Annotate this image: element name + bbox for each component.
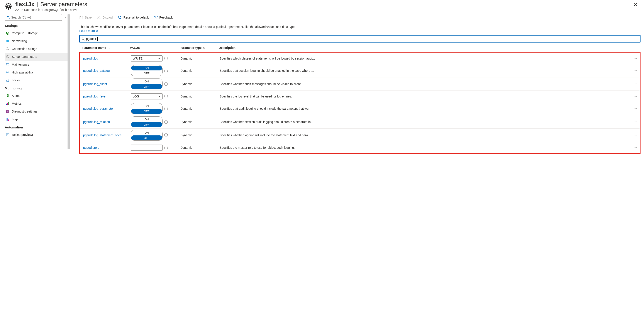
svg-rect-11 (6, 72, 7, 73)
parameter-name-link[interactable]: pgaudit.log_level (83, 95, 106, 98)
page-title: flex13x | Server parameters ··· (15, 1, 631, 8)
row-more-button[interactable]: ··· (631, 107, 640, 110)
value-select[interactable]: WRITE (131, 55, 162, 62)
toggle-option-on[interactable]: ON (131, 79, 162, 84)
sidebar-item-logs[interactable]: Logs (5, 115, 70, 123)
globe-icon (6, 39, 10, 43)
sidebar-item-locks[interactable]: Locks (5, 76, 70, 84)
parameter-name-link[interactable]: pgaudit.log (83, 57, 98, 60)
parameter-name-link[interactable]: pgaudit.role (83, 146, 99, 149)
diagnostic-icon (6, 110, 10, 113)
sidebar-item-maintenance[interactable]: Maintenance (5, 61, 70, 69)
toggle-option-on[interactable]: ON (131, 117, 162, 122)
value-toggle[interactable]: ONOFF (131, 103, 162, 114)
parameter-filter[interactable]: pgaudit (79, 35, 640, 43)
sidebar-item-label: High availability (12, 71, 33, 74)
gear-icon (4, 2, 13, 11)
sidebar-search-input[interactable] (11, 16, 60, 19)
description-text: This list shows modifiable server parame… (79, 25, 640, 29)
main-content: Save Discard Reset all to default Feedba… (70, 14, 644, 154)
sidebar-item-connection-strings[interactable]: Connection strings (5, 45, 70, 53)
sidebar-item-server-parameters[interactable]: Server parameters (5, 53, 70, 61)
sort-icon: ↑↓ (203, 47, 205, 49)
parameter-type: Dynamic (180, 146, 220, 149)
parameter-name-link[interactable]: pgaudit.log_catalog (83, 69, 110, 72)
highlighted-parameters: pgaudit.logWRITEiDynamicSpecifies which … (79, 52, 640, 154)
scrollbar[interactable] (68, 14, 70, 149)
info-icon[interactable]: i (164, 133, 168, 137)
col-header-type[interactable]: Parameter type ↑↓ (180, 46, 219, 50)
more-actions-button[interactable]: ··· (92, 2, 96, 7)
toggle-option-off[interactable]: OFF (131, 135, 162, 140)
value-select[interactable]: LOG (131, 93, 162, 99)
collapse-sidebar-button[interactable]: « (64, 16, 66, 19)
value-input[interactable] (131, 145, 162, 151)
row-more-button[interactable]: ··· (631, 69, 640, 72)
row-more-button[interactable]: ··· (631, 57, 640, 60)
parameter-name-link[interactable]: pgaudit.log_client (83, 82, 107, 86)
parameter-description: Specifies which classes of statements wi… (220, 57, 631, 60)
parameter-description: Specifies whether audit messages should … (220, 82, 631, 86)
sidebar-search[interactable] (5, 14, 62, 21)
parameter-name-link[interactable]: pgaudit.log_relation (83, 120, 110, 124)
sidebar-item-alerts[interactable]: Alerts (5, 92, 70, 100)
info-icon[interactable]: i (164, 57, 168, 60)
row-more-button[interactable]: ··· (631, 82, 640, 86)
value-toggle[interactable]: ONOFF (131, 65, 162, 76)
info-icon[interactable]: i (164, 107, 168, 110)
learn-more-link[interactable]: Learn more (79, 29, 98, 33)
parameter-type: Dynamic (180, 133, 220, 137)
sidebar-item-compute[interactable]: Compute + storage (5, 29, 70, 37)
toggle-option-off[interactable]: OFF (131, 122, 162, 127)
row-more-button[interactable]: ··· (631, 146, 640, 149)
row-more-button[interactable]: ··· (631, 133, 640, 137)
toggle-option-on[interactable]: ON (131, 103, 162, 109)
col-header-desc: Description (219, 46, 632, 50)
sidebar-item-networking[interactable]: Networking (5, 37, 70, 45)
sidebar-item-label: Metrics (12, 102, 22, 105)
parameter-type: Dynamic (180, 95, 220, 98)
toggle-option-off[interactable]: OFF (131, 84, 162, 89)
section-settings: Settings (5, 24, 70, 28)
cloud-db-icon (6, 47, 10, 51)
save-button[interactable]: Save (79, 16, 92, 20)
toggle-option-on[interactable]: ON (131, 66, 162, 71)
reset-button[interactable]: Reset all to default (118, 16, 148, 20)
value-toggle[interactable]: ONOFF (131, 130, 162, 141)
external-link-icon (96, 30, 98, 32)
row-more-button[interactable]: ··· (631, 120, 640, 124)
svg-rect-14 (7, 94, 8, 97)
chevron-down-icon (158, 95, 160, 98)
value-toggle[interactable]: ONOFF (131, 79, 162, 89)
info-icon[interactable]: i (164, 146, 168, 149)
parameter-name-link[interactable]: pgaudit.log_statement_once (83, 133, 122, 137)
svg-rect-17 (7, 103, 8, 105)
sidebar-item-high-availability[interactable]: High availability (5, 69, 70, 76)
parameter-name-link[interactable]: pgaudit.log_parameter (83, 107, 114, 110)
blade-name: Server parameters (40, 1, 87, 8)
toggle-option-off[interactable]: OFF (131, 71, 162, 76)
parameter-type: Dynamic (180, 120, 220, 124)
toggle-option-on[interactable]: ON (131, 130, 162, 135)
feedback-icon (154, 16, 158, 20)
sidebar-item-label: Diagnostic settings (12, 110, 38, 113)
discard-button[interactable]: Discard (97, 16, 113, 20)
info-icon[interactable]: i (164, 69, 168, 72)
sidebar-item-diagnostic[interactable]: Diagnostic settings (5, 108, 70, 115)
close-icon[interactable]: ✕ (631, 1, 640, 8)
sidebar-item-metrics[interactable]: Metrics (5, 100, 70, 108)
section-automation: Automation (5, 125, 70, 129)
info-icon[interactable]: i (164, 120, 168, 124)
toggle-option-off[interactable]: OFF (131, 109, 162, 114)
sidebar-item-tasks[interactable]: Tasks (preview) (5, 131, 70, 139)
table-row: pgaudit.log_catalogONOFFiDynamicSpecifie… (80, 64, 640, 77)
row-more-button[interactable]: ··· (631, 95, 640, 98)
info-icon[interactable]: i (164, 82, 168, 86)
parameter-description: Specifies the log level that will be use… (220, 95, 631, 98)
value-toggle[interactable]: ONOFF (131, 116, 162, 127)
col-header-name[interactable]: Parameter name ↑↓ (79, 46, 130, 50)
section-monitoring: Monitoring (5, 86, 70, 90)
svg-point-28 (82, 38, 84, 40)
feedback-button[interactable]: Feedback (154, 16, 172, 20)
info-icon[interactable]: i (164, 95, 168, 98)
